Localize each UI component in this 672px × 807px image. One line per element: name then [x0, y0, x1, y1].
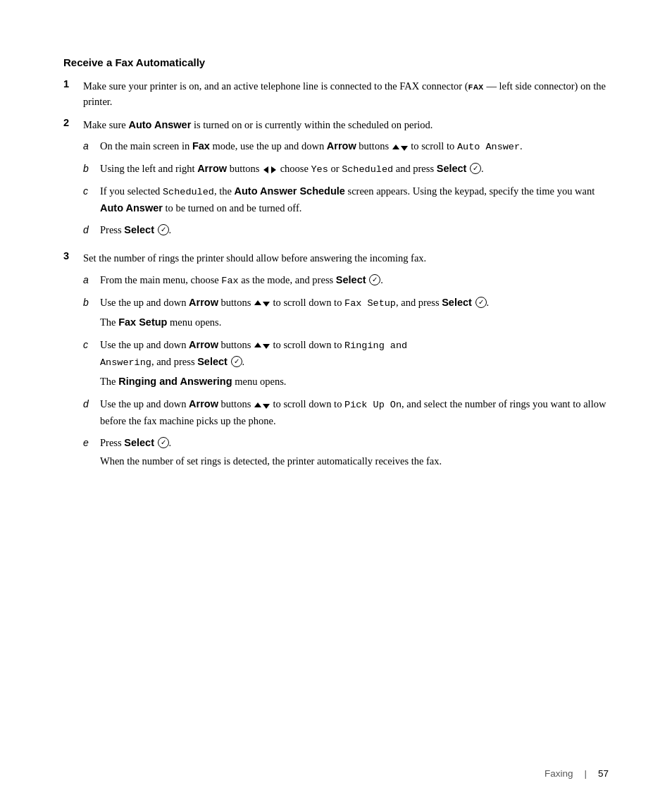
section-title: Receive a Fax Automatically [63, 56, 609, 68]
step-3b-sub-note: The Fax Setup menu opens. [100, 314, 609, 330]
step-3-text: Set the number of rings the printer shou… [83, 252, 426, 264]
footer-divider: | [584, 768, 587, 779]
scheduled-mono-2c: Scheduled [163, 187, 214, 197]
arrow-up-icon-2a [392, 144, 399, 149]
arrow-down-icon-3c [263, 344, 270, 349]
fax-label-inline: FAX [468, 82, 484, 92]
step-1-number: 1 [63, 78, 83, 90]
step-3b-para1: Use the up and down Arrow buttons to scr… [100, 295, 609, 312]
step-3-alpha-list: a From the main menu, choose Fax as the … [83, 272, 609, 471]
step-2c-label: c [83, 183, 100, 199]
step-2-content: Make sure Auto Answer is turned on or is… [83, 117, 609, 243]
ringing-answering-bold: Ringing and Answering [118, 376, 232, 387]
step-2: 2 Make sure Auto Answer is turned on or … [63, 117, 609, 243]
step-3c-para1: Use the up and down Arrow buttons to scr… [100, 337, 609, 371]
step-3c-content: Use the up and down Arrow buttons to scr… [100, 337, 609, 390]
step-3d-content: Use the up and down Arrow buttons to scr… [100, 396, 609, 429]
page-footer: Faxing | 57 [545, 768, 609, 779]
arrow-up-icon-3d [254, 402, 261, 407]
select-circle-3b [475, 297, 487, 308]
step-2d-content: Press Select . [100, 222, 609, 238]
select-circle-3c [231, 356, 242, 367]
arrow-down-icon-2a [401, 146, 408, 151]
step-2a: a On the main screen in Fax mode, use th… [83, 138, 609, 155]
fax-setup-mono: Fax Setup [344, 298, 396, 309]
fax-setup-bold: Fax Setup [118, 316, 167, 328]
select-bold-3a: Select [336, 274, 366, 285]
arrow-bold-3d: Arrow [189, 398, 218, 409]
arrow-bold-3b: Arrow [189, 297, 218, 308]
step-3b-content: Use the up and down Arrow buttons to scr… [100, 295, 609, 331]
arrow-bold-2b: Arrow [197, 163, 227, 174]
step-3e-para1: Press Select . [100, 435, 609, 450]
step-3e: e Press Select . When the number of set … [83, 435, 609, 471]
auto-answer-mono-2a: Auto Answer [457, 142, 520, 152]
step-3d: d Use the up and down Arrow buttons to s… [83, 396, 609, 429]
step-3e-sub-note: When the number of set rings is detected… [100, 453, 609, 469]
step-1-text: Make sure your printer is on, and an act… [83, 80, 606, 107]
yes-mono: Yes [311, 164, 328, 175]
select-circle-3a [369, 274, 380, 285]
step-2-text: Make sure Auto Answer is turned on or is… [83, 119, 433, 130]
page: Receive a Fax Automatically 1 Make sure … [0, 0, 672, 807]
select-bold-3c: Select [197, 356, 228, 367]
footer-page-number: 57 [598, 768, 609, 779]
step-2-number: 2 [63, 117, 83, 128]
arrow-down-icon-3b [263, 302, 270, 307]
arrow-up-icon-3c [254, 343, 261, 347]
arrow-bold-3c: Arrow [189, 339, 218, 350]
step-3-number: 3 [63, 250, 83, 261]
step-3c-sub-note: The Ringing and Answering menu opens. [100, 374, 609, 389]
select-bold-3b: Select [442, 297, 472, 308]
scheduled-mono-2b: Scheduled [342, 164, 393, 175]
arrow-right-icon-2b [271, 166, 276, 173]
step-3e-label: e [83, 435, 100, 451]
step-1: 1 Make sure your printer is on, and an a… [63, 78, 609, 110]
fax-mono-3a: Fax [221, 276, 238, 286]
step-2-alpha-list: a On the main screen in Fax mode, use th… [83, 138, 609, 238]
step-2a-label: a [83, 138, 100, 154]
ringing-mono: Ringing and [344, 340, 407, 351]
arrow-up-icon-3b [254, 300, 261, 305]
select-circle-2d [158, 224, 169, 235]
select-circle-3e [158, 437, 169, 448]
step-3a-content: From the main menu, choose Fax as the mo… [100, 272, 609, 289]
step-3d-label: d [83, 396, 100, 412]
step-3: 3 Set the number of rings the printer sh… [63, 250, 609, 476]
step-2b: b Using the left and right Arrow buttons… [83, 161, 609, 178]
auto-answer-bold: Auto Answer [128, 119, 191, 130]
select-bold-2d: Select [124, 224, 154, 235]
arrow-bold-2a: Arrow [327, 140, 356, 152]
step-3b-label: b [83, 295, 100, 311]
step-3b: b Use the up and down Arrow buttons to s… [83, 295, 609, 331]
step-2c: c If you selected Scheduled, the Auto An… [83, 183, 609, 216]
step-3a-label: a [83, 272, 100, 288]
step-2d: d Press Select . [83, 222, 609, 238]
answering-mono: Answering [100, 357, 151, 368]
step-2b-label: b [83, 161, 100, 177]
select-bold-3e: Select [124, 437, 154, 448]
step-3-content: Set the number of rings the printer shou… [83, 250, 609, 476]
step-2c-content: If you selected Scheduled, the Auto Answ… [100, 183, 609, 216]
pickup-mono: Pick Up On [344, 400, 402, 410]
auto-answer-bold-2c: Auto Answer [100, 202, 163, 214]
arrow-down-icon-3d [263, 404, 270, 409]
fax-bold-2a: Fax [192, 140, 210, 152]
step-1-content: Make sure your printer is on, and an act… [83, 78, 609, 110]
select-bold-2b: Select [437, 163, 467, 174]
step-3c-label: c [83, 337, 100, 353]
step-3a: a From the main menu, choose Fax as the … [83, 272, 609, 289]
step-3e-content: Press Select . When the number of set ri… [100, 435, 609, 471]
main-list: 1 Make sure your printer is on, and an a… [63, 78, 609, 476]
step-2b-content: Using the left and right Arrow buttons c… [100, 161, 609, 178]
auto-answer-schedule-bold: Auto Answer Schedule [235, 185, 345, 197]
step-2a-content: On the main screen in Fax mode, use the … [100, 138, 609, 155]
step-2d-label: d [83, 222, 100, 238]
select-circle-2b [470, 163, 481, 174]
step-3c: c Use the up and down Arrow buttons to s… [83, 337, 609, 390]
arrow-left-icon-2b [263, 166, 268, 173]
footer-section: Faxing [545, 768, 573, 779]
